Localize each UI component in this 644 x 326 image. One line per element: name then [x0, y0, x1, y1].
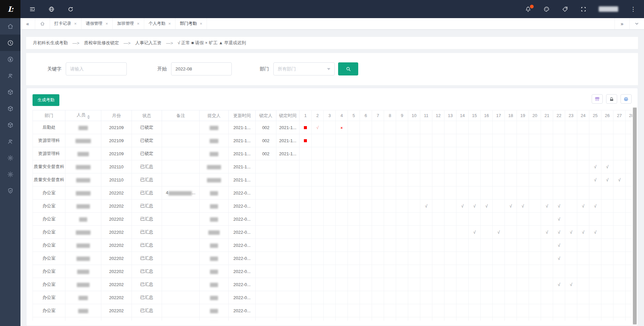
day-cell — [444, 160, 457, 173]
more-menu-icon[interactable]: ⋮ — [630, 6, 636, 13]
tab-4[interactable]: 部门考勤 × — [175, 18, 207, 29]
keyword-input[interactable] — [66, 62, 127, 75]
day-cell — [348, 134, 360, 147]
update-time-cell: 2022-0... — [229, 304, 256, 317]
tab-close-icon[interactable]: × — [106, 21, 108, 26]
column-header[interactable]: 更新时间 — [229, 110, 256, 121]
day-cell — [336, 200, 348, 213]
day-cell — [553, 134, 565, 147]
tab-3[interactable]: 个人考勤 × — [144, 18, 176, 29]
tab-close-icon[interactable]: × — [200, 21, 202, 26]
locker-cell — [256, 226, 276, 239]
table-row[interactable]: 办公室 202202 已汇总 2022-0... √√√√√√√√√√ — [33, 200, 633, 213]
day-cell — [565, 173, 577, 186]
sidebar-item-4[interactable] — [0, 84, 20, 100]
day-cell — [469, 147, 481, 160]
tab-0[interactable]: 打卡记录 × — [50, 18, 82, 29]
start-month-input[interactable] — [171, 62, 232, 75]
sidebar-item-2[interactable] — [0, 51, 20, 67]
sidebar-item-9[interactable] — [0, 166, 20, 182]
user-name-redacted[interactable] — [599, 6, 618, 12]
sidebar-item-6[interactable] — [0, 117, 20, 133]
table-scrollbar[interactable] — [633, 107, 637, 325]
table-row[interactable]: 资源管理科 202109 已锁定 2021-1... 002 2021-1... — [33, 134, 633, 147]
refresh-icon[interactable] — [67, 6, 74, 12]
table-row[interactable]: 办公室 202202 已汇总 2022-0... √ — [33, 239, 633, 252]
day-cell — [312, 252, 324, 265]
column-header[interactable]: 部门 — [33, 110, 65, 121]
bell-icon[interactable] — [525, 6, 531, 12]
day-cell — [613, 186, 626, 200]
table-row[interactable]: 办公室 202202 已汇总 4... 2022-0... — [33, 186, 633, 200]
sort-icon[interactable] — [87, 115, 90, 119]
tabs-menu-button[interactable] — [629, 18, 644, 29]
tab-1[interactable]: 请假管理 × — [82, 18, 113, 29]
lock-time-cell — [276, 317, 300, 321]
sidebar-item-10[interactable] — [0, 182, 20, 199]
scrollbar-thumb[interactable] — [633, 108, 637, 324]
table-row[interactable]: 办公室 202202 已汇总 2022-0... √ — [33, 252, 633, 265]
column-header[interactable]: 人员 — [65, 110, 101, 121]
day-cell: √ — [577, 200, 589, 213]
tag-icon[interactable] — [562, 6, 568, 12]
table-row[interactable]: 办公室 202202 已汇总 2022-0... — [33, 304, 633, 317]
table-row[interactable]: 质量安全督查科 202110 已汇总 2021-1... √√ — [33, 160, 633, 173]
day-cell: √ — [312, 121, 324, 134]
column-header[interactable]: 备注 — [162, 110, 200, 121]
sidebar-item-1[interactable] — [0, 35, 20, 51]
dept-label: 部门 — [260, 66, 269, 72]
day-cell — [553, 291, 565, 304]
note-cell — [162, 121, 200, 134]
table-row[interactable]: 办公室 202202 已汇总 2022-0... √ — [33, 213, 633, 226]
table-row[interactable]: 办公室 202202 已汇总 2022-0... √√√√√√√ — [33, 226, 633, 239]
department-select[interactable]: 所有部门 — [273, 62, 335, 75]
attendance-table: 部门人员月份状态备注提交人更新时间锁定人锁定时间1234567891011121… — [33, 110, 632, 321]
table-row[interactable]: 质量安全督查科 202110 已汇总 2021-1... √√√ — [33, 173, 633, 186]
day-cell — [626, 278, 633, 291]
fullscreen-icon[interactable] — [580, 6, 587, 12]
column-header[interactable]: 锁定时间 — [276, 110, 300, 121]
table-row[interactable]: 办公室 202202 已汇总 2022-0... — [33, 317, 633, 321]
tab-close-icon[interactable]: × — [137, 21, 140, 26]
globe-icon[interactable] — [48, 6, 55, 12]
sidebar-item-7[interactable] — [0, 133, 20, 150]
update-time-cell: 2022-0... — [229, 186, 256, 200]
update-time-cell: 2021-1... — [229, 147, 256, 160]
column-header[interactable]: 月份 — [101, 110, 132, 121]
sidebar-item-5[interactable] — [0, 100, 20, 117]
sidebar-item-8[interactable] — [0, 150, 20, 166]
table-row[interactable]: 资源管理科 202109 已锁定 2021-1... 002 2021-1... — [33, 147, 633, 160]
table-row[interactable]: 后勤处 202109 已锁定 2021-1... 002 2021-1... √… — [33, 121, 633, 134]
export-button[interactable] — [606, 94, 617, 104]
tabs-scroll-left-button[interactable]: « — [20, 18, 35, 29]
table-row[interactable]: 办公室 202202 已汇总 2022-0... — [33, 265, 633, 278]
sidebar-item-0[interactable] — [0, 18, 20, 35]
day-cell — [589, 186, 601, 200]
home-tab[interactable] — [35, 18, 50, 29]
column-settings-button[interactable] — [592, 94, 603, 104]
tab-close-icon[interactable]: × — [74, 21, 77, 26]
search-button[interactable] — [338, 62, 358, 75]
menu-fold-icon[interactable] — [29, 6, 36, 12]
printer-button[interactable] — [621, 94, 632, 104]
sidebar-item-3[interactable] — [0, 67, 20, 84]
day-cell — [336, 252, 348, 265]
day-cell — [360, 239, 372, 252]
column-header[interactable]: 状态 — [132, 110, 162, 121]
day-cell — [396, 226, 408, 239]
day-cell — [553, 304, 565, 317]
tabs-scroll-right-button[interactable]: » — [614, 18, 629, 29]
column-header[interactable]: 锁定人 — [256, 110, 276, 121]
tab-2[interactable]: 加班管理 × — [113, 18, 144, 29]
day-cell — [481, 160, 493, 173]
locker-cell — [256, 213, 276, 226]
tab-close-icon[interactable]: × — [168, 21, 171, 26]
table-row[interactable]: 办公室 202202 已汇总 2022-0... √√ — [33, 278, 633, 291]
day-cell — [348, 213, 360, 226]
column-header[interactable]: 提交人 — [200, 110, 229, 121]
table-row[interactable]: 办公室 202202 已汇总 2022-0... — [33, 291, 633, 304]
app-logo[interactable]: Ŀ — [0, 0, 20, 18]
generate-attendance-button[interactable]: 生成考勤 — [33, 94, 59, 106]
day-cell — [372, 186, 384, 200]
palette-icon[interactable] — [543, 6, 550, 12]
